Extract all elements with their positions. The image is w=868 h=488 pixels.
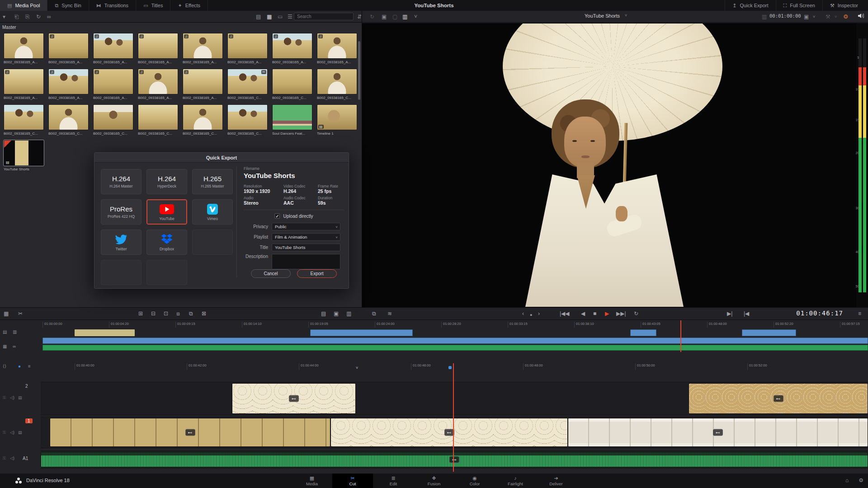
close-up-icon[interactable]: ⧈ <box>176 310 180 317</box>
page-tab[interactable]: ❖ Fusion <box>414 474 454 488</box>
quick-export-button[interactable]: ↥ Quick Export <box>725 0 775 11</box>
media-clip[interactable]: B002_09338165_A... <box>48 69 89 100</box>
sort-icon[interactable]: ⇵ <box>357 13 362 21</box>
page-tab[interactable]: ♪ Fairlight <box>495 474 536 488</box>
mute-icon[interactable]: ◁) <box>10 456 14 460</box>
append-icon[interactable]: ⊟ <box>151 310 156 317</box>
clip-thumbnail[interactable] <box>317 104 357 130</box>
media-clip[interactable]: B002_09338165_A... <box>93 33 133 64</box>
clip-thumbnail[interactable] <box>227 69 268 94</box>
media-clip[interactable]: B002_09338165_C... <box>227 104 268 136</box>
overview-playhead[interactable] <box>680 320 681 352</box>
timeline-clip[interactable] <box>568 418 868 447</box>
clip-thumbnail[interactable] <box>93 69 133 94</box>
media-clip[interactable]: B002_09338165_A... <box>183 69 223 100</box>
media-clip[interactable]: B002_09338165_A... <box>183 33 223 64</box>
preset-twitter[interactable]: Twitter <box>101 230 142 255</box>
media-clip[interactable]: B002_09338165_A... <box>93 69 133 100</box>
fast-review-right-icon[interactable]: › <box>538 310 540 317</box>
clip-thumbnail[interactable] <box>138 33 178 59</box>
clip-thumbnail[interactable] <box>48 104 89 130</box>
timeline-marker[interactable] <box>448 366 452 369</box>
media-clip[interactable]: B002_09338165_A... <box>227 33 268 64</box>
clip-thumbnail[interactable] <box>48 69 89 94</box>
place-on-top-icon[interactable]: ⧉ <box>189 310 193 317</box>
search-input[interactable] <box>294 13 354 20</box>
stop-button[interactable]: ■ <box>593 310 596 317</box>
marker-color-icon[interactable]: ● <box>18 364 21 369</box>
timeline-clip[interactable] <box>232 383 356 414</box>
clip-thumbnail[interactable] <box>4 33 44 59</box>
clip-thumbnail[interactable] <box>4 69 44 94</box>
timeline-clip[interactable] <box>330 418 568 447</box>
media-clip[interactable]: YouTube Shorts <box>4 140 44 171</box>
mute-icon[interactable]: ◁) <box>10 430 14 435</box>
clip-thumbnail[interactable] <box>227 33 268 59</box>
media-clip[interactable]: Soul Dancers Feat... <box>272 104 312 136</box>
relink-icon[interactable]: ∞ <box>47 13 51 21</box>
smart-insert-icon[interactable]: ⊞ <box>138 310 143 317</box>
preset-vimeo[interactable]: Vimeo <box>192 199 233 225</box>
panel-toggle-tab[interactable]: ✦ Effects <box>170 0 208 11</box>
timeline-options-menu-icon[interactable]: ≡ <box>858 310 861 317</box>
strip-view-icon[interactable]: ▭ <box>278 13 283 21</box>
page-tab[interactable]: ▦ Media <box>292 474 332 488</box>
audio-track-a1[interactable] <box>41 450 868 469</box>
boring-detector-icon[interactable]: ⧉ <box>372 310 376 317</box>
media-clip[interactable]: B002_09338165_A... <box>138 33 178 64</box>
export-button[interactable]: Export <box>297 269 337 278</box>
overview-clip[interactable] <box>75 329 135 336</box>
video-track-2[interactable] <box>41 382 868 415</box>
metadata-view-icon[interactable]: ▤ <box>256 13 261 21</box>
title-input[interactable] <box>272 244 340 251</box>
full-screen-button[interactable]: ⛶ Full Screen <box>776 0 822 11</box>
panel-toggle-tab[interactable]: ⧓ Transitions <box>89 0 136 11</box>
preset-h265-master[interactable]: H.265 H.265 Master <box>192 169 233 194</box>
title-tool-icon[interactable]: ▣ <box>334 310 339 317</box>
viewer-mode-chevron-icon[interactable]: ˅ <box>414 13 417 21</box>
source-overwrite-icon[interactable]: ⊠ <box>202 310 206 317</box>
media-clip[interactable]: B002_09338165_A... <box>4 69 44 100</box>
linked-selection-icon[interactable]: ∞ <box>13 344 16 349</box>
clip-thumbnail[interactable] <box>183 69 223 94</box>
import-folder-icon[interactable]: ⎘ <box>25 13 30 21</box>
preset-h264-master[interactable]: H.264 H.264 Master <box>101 169 142 194</box>
fast-review-dot-icon[interactable]: ● <box>530 311 532 319</box>
refresh-icon[interactable]: ↻ <box>370 13 374 21</box>
media-clip[interactable]: B002_09338165_C... <box>183 104 223 136</box>
mute-icon[interactable]: ◁) <box>10 395 14 400</box>
clip-thumbnail[interactable] <box>272 104 312 130</box>
clip-thumbnail[interactable] <box>317 33 357 59</box>
media-clip[interactable]: B002_09338165_A... <box>4 33 44 64</box>
list-view-icon[interactable]: ☰ <box>288 13 292 21</box>
effect-tool-icon[interactable]: ▥ <box>346 310 351 317</box>
clip-thumbnail[interactable] <box>272 69 312 94</box>
fast-review-left-icon[interactable]: ‹ <box>522 310 524 317</box>
privacy-select[interactable]: Public ˅ <box>272 223 340 230</box>
transition-tool-icon[interactable]: ▤ <box>321 310 326 317</box>
filmstrip-icon[interactable]: ▥ <box>402 13 407 21</box>
media-clip[interactable]: Timeline 1 <box>317 104 357 136</box>
viewer-tools-icon[interactable]: ⚒ <box>826 13 830 21</box>
track-height-icon[interactable]: ▥ <box>13 329 17 334</box>
clip-thumbnail[interactable] <box>4 104 44 130</box>
clip-thumbnail[interactable] <box>183 33 223 59</box>
clip-thumbnail[interactable] <box>138 69 178 94</box>
split-razor-icon[interactable]: ✂ <box>18 310 23 317</box>
timeline-playhead[interactable] <box>453 363 454 472</box>
timeline-view-icon[interactable]: ▦ <box>4 310 9 317</box>
play-button[interactable]: ▶ <box>605 310 609 317</box>
in-out-bracket-icon[interactable]: ⟨⟩ <box>3 364 6 369</box>
media-clip[interactable]: B002_09338165_C... <box>48 104 89 136</box>
clip-thumbnail[interactable] <box>138 104 178 130</box>
track-2-number[interactable]: 2 <box>25 384 28 389</box>
page-tab[interactable]: ✂ Cut <box>332 474 373 488</box>
viewer-tools-chevron-icon[interactable]: ˅ <box>835 13 837 21</box>
page-tab[interactable]: ➔ Deliver <box>536 474 576 488</box>
video-track-1[interactable] <box>41 417 868 448</box>
description-textarea[interactable] <box>272 254 340 269</box>
preset-dropbox[interactable]: Dropbox <box>146 230 187 255</box>
overview-clip[interactable] <box>742 329 796 336</box>
panel-toggle-tab[interactable]: ⧉ Sync Bin <box>47 0 89 11</box>
bin-menu-icon[interactable]: ▾ <box>3 13 5 21</box>
